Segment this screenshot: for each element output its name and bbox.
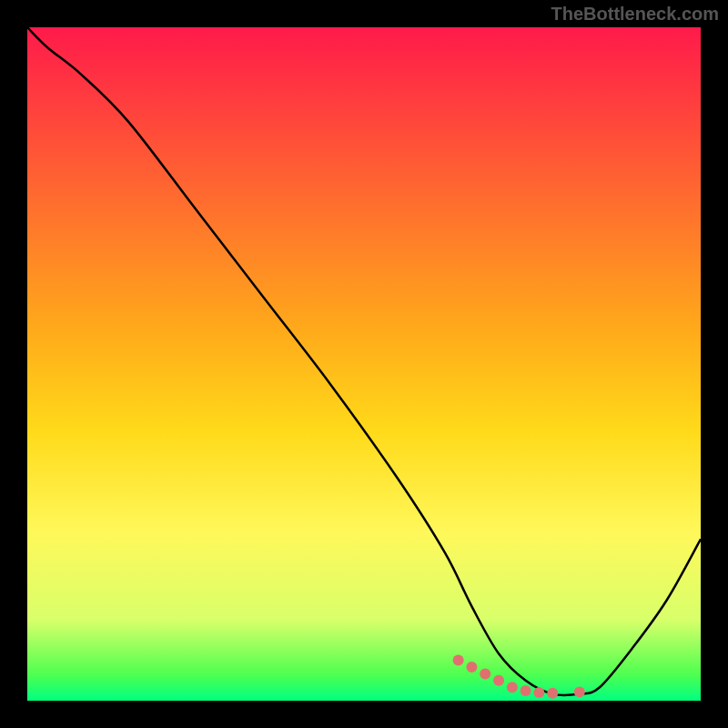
marker-dot xyxy=(466,662,477,672)
highlight-markers xyxy=(453,655,585,699)
marker-dot xyxy=(507,682,518,693)
bottleneck-curve-line xyxy=(27,27,701,695)
watermark-text: TheBottleneck.com xyxy=(551,4,719,25)
chart-plot-area xyxy=(27,27,701,701)
marker-dot xyxy=(533,687,544,698)
marker-dot xyxy=(574,686,585,697)
marker-dot xyxy=(493,675,504,686)
marker-dot xyxy=(521,685,531,696)
marker-dot xyxy=(547,688,558,699)
chart-svg xyxy=(27,27,701,701)
marker-dot xyxy=(480,668,490,679)
marker-dot xyxy=(453,655,464,666)
